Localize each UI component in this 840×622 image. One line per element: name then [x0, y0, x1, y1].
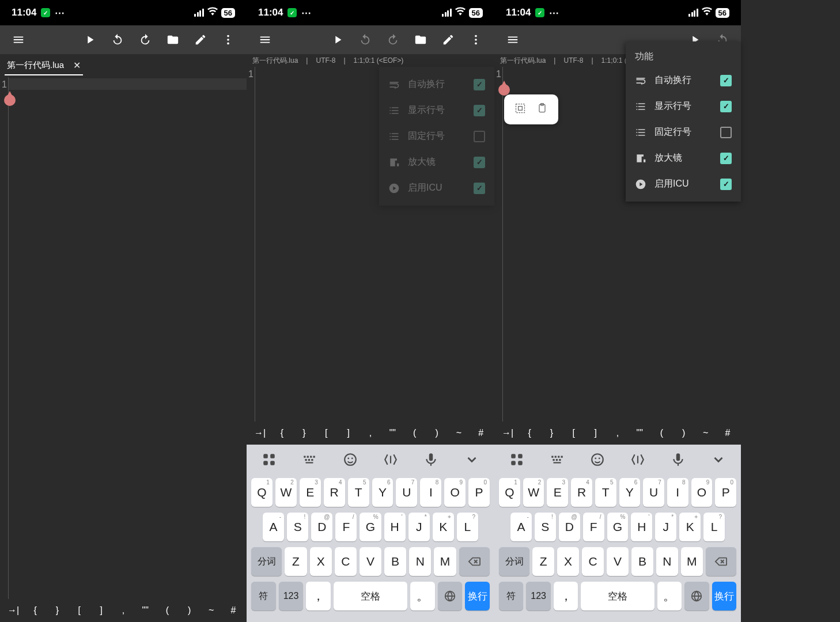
cursor-handle-icon[interactable] [4, 91, 16, 106]
key-l[interactable]: ?L [457, 513, 478, 541]
key-i[interactable]: 8I [420, 478, 441, 507]
sym-brace-close[interactable]: } [293, 428, 315, 438]
menu-item-lineno[interactable]: 显示行号 [626, 93, 741, 119]
key-w[interactable]: 2W [523, 478, 544, 507]
sym-comma[interactable]: , [360, 428, 381, 438]
key-backspace[interactable] [459, 547, 490, 576]
sym-tab[interactable]: →| [497, 428, 519, 438]
key-k[interactable]: +K [433, 513, 454, 541]
key-j[interactable]: *J [655, 513, 676, 541]
sym-bracket-close[interactable]: ] [90, 605, 112, 616]
key-comma[interactable]: ， [554, 582, 578, 610]
checkbox-icon[interactable] [720, 75, 732, 86]
sym-bracket-open[interactable]: [ [315, 428, 337, 438]
sym-bracket-close[interactable]: ] [585, 428, 607, 438]
key-p[interactable]: 0P [715, 478, 736, 507]
sym-bracket-open[interactable]: [ [563, 428, 585, 438]
key-b[interactable]: B [631, 547, 653, 576]
grid-icon[interactable] [262, 452, 277, 469]
key-n[interactable]: N [409, 547, 431, 576]
checkbox-icon[interactable] [474, 183, 485, 194]
menu-item-icu[interactable]: 启用ICU [626, 171, 741, 197]
menu-item-wrap[interactable]: 自动换行 [626, 67, 741, 93]
checkbox-icon[interactable] [474, 131, 485, 142]
sym-tilde[interactable]: ~ [695, 428, 717, 438]
key-y[interactable]: 6Y [372, 478, 393, 507]
menu-item-magnifier[interactable]: 放大镜 [626, 145, 741, 171]
collapse-icon[interactable] [711, 452, 726, 469]
file-tab[interactable]: 第一行代码.lua ✕ [5, 56, 83, 75]
key-z[interactable]: Z [532, 547, 554, 576]
key-v[interactable]: V [607, 547, 629, 576]
sym-quotes[interactable]: "" [134, 605, 156, 616]
sym-paren-open[interactable]: ( [404, 428, 426, 438]
key-i[interactable]: 8I [667, 478, 688, 507]
sym-hash[interactable]: # [717, 428, 739, 438]
keyboard-layout-icon[interactable] [550, 452, 565, 469]
grid-icon[interactable] [509, 452, 524, 469]
cursor-handle-icon[interactable] [498, 81, 510, 96]
key-w[interactable]: 2W [275, 478, 297, 507]
key-z[interactable]: Z [285, 547, 307, 576]
key-g[interactable]: %G [360, 513, 381, 541]
emoji-icon[interactable] [343, 452, 358, 469]
key-o[interactable]: 9O [444, 478, 466, 507]
key-globe[interactable] [438, 582, 463, 610]
overflow-icon[interactable] [217, 28, 240, 51]
key-e[interactable]: 3E [300, 478, 321, 507]
key-r[interactable]: 4R [571, 478, 592, 507]
select-all-icon[interactable] [514, 103, 526, 116]
sym-bracket-close[interactable]: ] [337, 428, 359, 438]
sym-bracket-open[interactable]: [ [69, 605, 90, 616]
key-c[interactable]: C [335, 547, 357, 576]
key-t[interactable]: 5T [595, 478, 616, 507]
undo-icon[interactable] [106, 28, 129, 51]
key-comma[interactable]: ， [306, 582, 331, 610]
code-editor[interactable]: 1 自动换行 显示行号 固定行号 [247, 67, 494, 422]
sym-paren-close[interactable]: ) [179, 605, 200, 616]
key-h[interactable]: 'H [631, 513, 652, 541]
key-d[interactable]: @D [311, 513, 332, 541]
key-x[interactable]: X [557, 547, 579, 576]
checkbox-icon[interactable] [474, 157, 485, 168]
folder-icon[interactable] [409, 28, 432, 51]
key-period[interactable]: 。 [410, 582, 435, 610]
key-enter[interactable]: 换行 [465, 582, 490, 610]
collapse-icon[interactable] [464, 452, 479, 469]
key-e[interactable]: 3E [547, 478, 568, 507]
overflow-icon[interactable] [464, 28, 487, 51]
key-h[interactable]: 'H [384, 513, 406, 541]
checkbox-icon[interactable] [720, 179, 732, 190]
edit-area[interactable] [8, 77, 247, 599]
sym-comma[interactable]: , [607, 428, 629, 438]
key-o[interactable]: 9O [691, 478, 713, 507]
menu-item-fixlineno[interactable]: 固定行号 [626, 119, 741, 145]
key-m[interactable]: M [681, 547, 703, 576]
key-s[interactable]: !S [287, 513, 308, 541]
sym-paren-close[interactable]: ) [426, 428, 448, 438]
menu-icon[interactable] [7, 28, 30, 51]
sym-brace-close[interactable]: } [540, 428, 562, 438]
undo-icon[interactable] [354, 28, 377, 51]
emoji-icon[interactable] [590, 452, 605, 469]
key-period[interactable]: 。 [657, 582, 682, 610]
redo-icon[interactable] [134, 28, 157, 51]
key-s[interactable]: !S [535, 513, 556, 541]
key-numbers[interactable]: 123 [279, 582, 304, 610]
key-backspace[interactable] [706, 547, 736, 576]
sym-paren-open[interactable]: ( [650, 428, 672, 438]
sym-tilde[interactable]: ~ [200, 605, 222, 616]
mic-icon[interactable] [671, 452, 686, 469]
play-icon[interactable] [78, 28, 101, 51]
menu-icon[interactable] [501, 28, 524, 51]
menu-item-icu[interactable]: 启用ICU [379, 175, 494, 201]
sym-tab[interactable]: →| [2, 605, 24, 616]
key-m[interactable]: M [434, 547, 456, 576]
key-n[interactable]: N [656, 547, 678, 576]
close-tab-icon[interactable]: ✕ [73, 60, 81, 71]
sym-quotes[interactable]: "" [381, 428, 403, 438]
key-segment[interactable]: 分词 [251, 547, 282, 576]
key-numbers[interactable]: 123 [526, 582, 550, 610]
cursor-move-icon[interactable] [630, 452, 645, 469]
sym-hash[interactable]: # [470, 428, 492, 438]
